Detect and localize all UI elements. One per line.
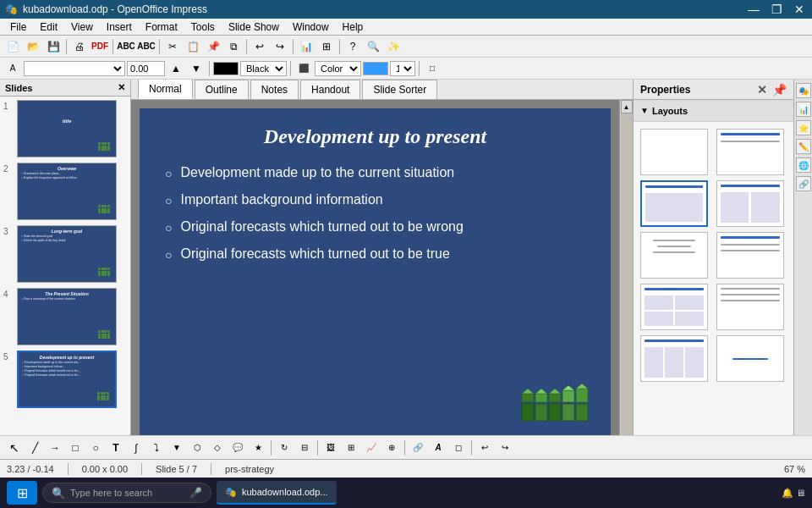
save-button[interactable]: 💾 [44,37,63,56]
tab-handout[interactable]: Handout [300,80,360,99]
tab-normal[interactable]: Normal [138,80,193,99]
paste-button[interactable]: 📌 [204,37,222,56]
font-size-input[interactable] [127,61,165,76]
hyperlink-button[interactable]: 🔗 [409,439,427,457]
start-button[interactable]: ⊞ [7,481,37,505]
search-box[interactable]: 🔍 Type here to search 🎤 [42,483,211,503]
menu-slideshow[interactable]: Slide Show [222,19,286,35]
new-button[interactable]: 📄 [3,37,22,56]
layout-four-boxes[interactable] [640,284,708,330]
font-size-down[interactable]: ▼ [187,59,206,78]
table-draw-button[interactable]: ⊞ [342,439,360,457]
slide-canvas[interactable]: Development up to present ○ Development … [140,108,611,435]
spellcheck2-button[interactable]: ABC [137,37,156,56]
undo-button[interactable]: ↩ [250,37,269,56]
line-tool[interactable]: ╱ [25,439,44,457]
side-icon-3[interactable]: ⭐ [796,120,811,135]
menu-window[interactable]: Window [286,19,336,35]
help-button[interactable]: ? [343,37,362,56]
fill-type-select[interactable]: Color [315,61,361,76]
fill-color-swatch[interactable] [363,62,388,75]
font-name-select[interactable] [24,61,125,76]
find-button[interactable]: 🔍 [364,37,382,56]
shadow2-button[interactable]: ◻ [449,439,468,457]
undo2-button[interactable]: ↩ [475,439,494,457]
shadow-button[interactable]: □ [423,59,442,78]
rotate-button[interactable]: ↻ [275,439,294,457]
layout-text-only[interactable] [716,284,784,330]
layout-two-content[interactable] [716,180,784,227]
callouts-button[interactable]: 💬 [228,439,247,457]
side-icon-4[interactable]: ✏️ [796,139,811,154]
color-name-select[interactable]: Black [240,61,287,76]
minimize-button[interactable]: — [745,3,762,16]
side-icon-2[interactable]: 📊 [796,102,811,117]
text-tool[interactable]: T [107,439,125,457]
properties-close-button[interactable]: ✕ [757,83,767,97]
side-icon-6[interactable]: 🔗 [796,176,811,191]
copy-button[interactable]: 📋 [184,37,202,56]
menu-insert[interactable]: Insert [100,19,139,35]
scroll-up-button[interactable]: ▲ [621,100,633,113]
table-button[interactable]: ⊞ [317,37,336,56]
select-tool[interactable]: ↖ [5,439,24,457]
properties-pin-button[interactable]: 📌 [772,83,787,97]
flowchart-button[interactable]: ◇ [208,439,227,457]
close-button[interactable]: ✕ [792,3,807,16]
layouts-section-header[interactable]: ▼ Layouts [634,100,793,122]
shapes-button[interactable]: ▼ [167,439,186,457]
redo-button[interactable]: ↪ [271,37,289,56]
color-swatch[interactable] [213,62,239,75]
layout-centered[interactable] [640,232,708,279]
ellipse-tool[interactable]: ○ [86,439,105,457]
slide-thumb-4[interactable]: 4 The Present Situation ○ Give a summary… [3,288,127,345]
menu-edit[interactable]: Edit [33,19,64,35]
layout-three-cols[interactable] [640,335,708,382]
layout-title-only[interactable] [716,129,784,175]
taskbar-app-button[interactable]: 🎭 kubadownload.odp... [217,481,337,505]
fill-icon[interactable]: ⬛ [294,59,313,78]
slide-thumb-2[interactable]: 2 Overview ○ Summarize the main plans...… [3,163,127,220]
arrow-tool[interactable]: → [46,439,64,457]
insert-obj-button[interactable]: ⊕ [382,439,401,457]
align-button[interactable]: ⊟ [295,439,314,457]
layout-title-subtitle[interactable] [716,232,784,279]
chart-button[interactable]: 📊 [297,37,315,56]
menu-help[interactable]: Help [336,19,370,35]
menu-file[interactable]: File [3,19,33,35]
pdf-button[interactable]: PDF [91,37,109,56]
layout-blank[interactable] [640,129,708,175]
slide-thumb-5[interactable]: 5 Development up to present ○ Developmen… [3,351,127,408]
cut-button[interactable]: ✂ [163,37,182,56]
open-button[interactable]: 📂 [24,37,42,56]
clone-button[interactable]: ⧉ [224,37,243,56]
stars-button[interactable]: ★ [249,439,267,457]
side-icon-1[interactable]: 🎭 [796,83,811,98]
vertical-scrollbar[interactable]: ▲ ▼ [619,100,633,435]
layout-single-center[interactable] [716,335,784,382]
slide-thumb-3[interactable]: 3 Long-term goal ○ State the desired goa… [3,225,127,283]
wizard-button[interactable]: ✨ [384,37,403,56]
font-size-up[interactable]: ▲ [167,59,185,78]
chart-draw-button[interactable]: 📈 [362,439,381,457]
slide-thumb-1[interactable]: 1 title [3,100,127,157]
side-icon-5[interactable]: 🌐 [796,157,811,173]
3d-shapes-button[interactable]: ⬡ [188,439,206,457]
print-button[interactable]: 🖨 [70,37,89,56]
menu-tools[interactable]: Tools [184,19,222,35]
photo-button[interactable]: 🖼 [321,439,340,457]
fill-color-select[interactable]: 1 [390,61,415,76]
menu-format[interactable]: Format [139,19,184,35]
layout-title-content[interactable] [640,180,708,227]
tab-outline[interactable]: Outline [195,80,249,99]
fontwork-button[interactable]: A [429,439,447,457]
rect-tool[interactable]: □ [66,439,85,457]
tab-slide-sorter[interactable]: Slide Sorter [362,80,437,99]
maximize-button[interactable]: ❐ [769,3,785,16]
tab-notes[interactable]: Notes [250,80,299,99]
menu-view[interactable]: View [64,19,100,35]
redo2-button[interactable]: ↪ [496,439,514,457]
curve-tool[interactable]: ∫ [127,439,145,457]
connector-tool[interactable]: ⤵ [147,439,166,457]
title-bar-controls[interactable]: — ❐ ✕ [745,3,807,16]
